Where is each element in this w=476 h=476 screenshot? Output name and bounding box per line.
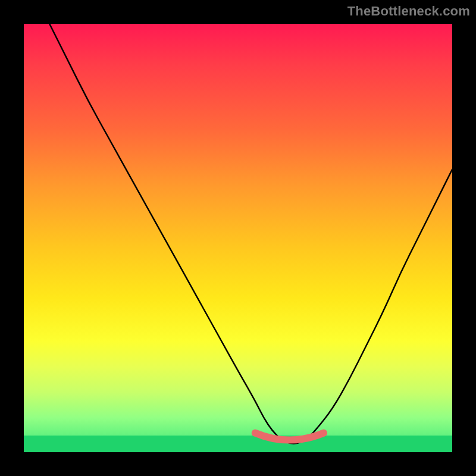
watermark-label: TheBottleneck.com — [347, 4, 470, 19]
trough-path — [255, 433, 324, 440]
chart-frame: TheBottleneck.com — [0, 0, 476, 476]
trough-highlight — [24, 24, 452, 452]
plot-area — [24, 24, 452, 452]
